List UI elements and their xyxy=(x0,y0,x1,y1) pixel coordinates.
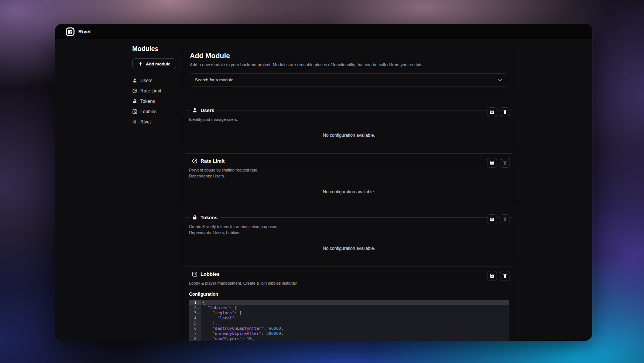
line-number: 8 xyxy=(194,336,196,341)
plus-icon xyxy=(138,61,143,66)
no-configuration-text: No configuration available. xyxy=(189,179,509,210)
line-number: 4 xyxy=(194,316,196,321)
line-gutter: 7 xyxy=(189,331,201,336)
chevron-down-icon xyxy=(497,77,503,83)
line-gutter: 6 xyxy=(189,326,201,331)
module-search-placeholder: Search for a module... xyxy=(195,78,237,82)
modules-sidebar: Modules Add module UsersRate LimitTokens… xyxy=(132,45,188,127)
sidebar-item-rate-limit[interactable]: Rate Limit xyxy=(132,86,188,96)
main-content: Add Module Add a new module to your back… xyxy=(183,45,515,341)
code-line-5[interactable]: 5 ], xyxy=(189,321,509,326)
line-gutter: 8 xyxy=(189,336,201,341)
module-card-tokens: Tokens Create & verify tokens for author… xyxy=(183,215,515,267)
gauge-icon xyxy=(192,158,198,164)
rivet-logo-icon xyxy=(66,27,75,36)
configuration-label: Configuration xyxy=(189,292,509,297)
module-cards: Users Identify and manage users.No confi… xyxy=(183,108,515,341)
module-description: Lobby & player management. Create & join… xyxy=(189,281,509,286)
line-number: 5 xyxy=(194,321,196,326)
line-gutter: 2 ⌄ xyxy=(189,305,201,311)
module-card-actions xyxy=(487,158,510,168)
floppy-icon xyxy=(489,273,495,279)
module-docs-button[interactable] xyxy=(487,158,497,168)
app-window: Rivet Modules Add module UsersRate Limit… xyxy=(55,24,592,341)
line-gutter: 1 ⌄ xyxy=(189,300,201,305)
grid-icon xyxy=(132,109,137,114)
add-module-description: Add a new module to your backend project… xyxy=(190,62,508,67)
no-configuration-text: No configuration available. xyxy=(189,123,509,153)
app-title: Rivet xyxy=(78,29,91,34)
gauge-icon xyxy=(132,88,137,94)
fold-chevron-icon[interactable]: ⌄ xyxy=(196,305,200,311)
module-delete-button[interactable] xyxy=(500,214,510,224)
floppy-icon xyxy=(489,109,495,115)
add-module-panel: Add Module Add a new module to your back… xyxy=(183,45,515,94)
trash-icon xyxy=(502,273,508,279)
code-line-1[interactable]: 1 ⌄ { xyxy=(189,300,509,305)
line-number: 6 xyxy=(194,326,196,331)
module-delete-button[interactable] xyxy=(500,158,510,168)
add-module-title: Add Module xyxy=(190,52,508,60)
module-docs-button[interactable] xyxy=(487,107,497,117)
module-card-actions xyxy=(487,214,510,224)
code-line-6[interactable]: 6 "destroyOnEmptyAfter": 60000, xyxy=(189,326,509,331)
svg-text:R: R xyxy=(133,120,136,124)
line-number: 7 xyxy=(194,331,196,336)
trash-icon xyxy=(502,217,508,222)
sidebar-item-label: Lobbies xyxy=(140,109,157,114)
code-line-2[interactable]: 2 ⌄ "lobbies": { xyxy=(189,305,509,311)
module-docs-button[interactable] xyxy=(487,214,497,224)
sidebar-item-rivet[interactable]: RRivet xyxy=(132,117,188,127)
fold-chevron-icon[interactable]: ⌄ xyxy=(196,300,200,305)
module-docs-button[interactable] xyxy=(487,271,497,281)
line-number: 3 xyxy=(194,311,196,316)
module-description: Create & verify tokens for authorization… xyxy=(189,224,509,236)
module-delete-button[interactable] xyxy=(500,107,510,117)
sidebar-item-lobbies[interactable]: Lobbies xyxy=(132,106,188,117)
module-card-title: Rate Limit xyxy=(189,158,227,164)
module-card-title: Lobbies xyxy=(189,271,222,277)
trash-icon xyxy=(502,160,508,166)
add-module-button[interactable]: Add module xyxy=(132,58,176,69)
floppy-icon xyxy=(489,217,495,222)
line-gutter: 4 xyxy=(189,316,201,321)
floppy-icon xyxy=(489,160,495,166)
config-code-editor[interactable]: 1 ⌄ { 2 ⌄ "lobbies": { 3 ⌄ "regions": [ xyxy=(189,300,509,341)
fold-chevron-icon[interactable]: ⌄ xyxy=(196,311,200,316)
module-description: Prevent abuse by limiting request rate.D… xyxy=(189,167,509,179)
module-card-users: Users Identify and manage users.No confi… xyxy=(183,108,515,154)
no-configuration-text: No configuration available. xyxy=(189,236,509,267)
line-gutter: 5 xyxy=(189,321,201,326)
sidebar-item-label: Rate Limit xyxy=(140,88,161,94)
grid-icon xyxy=(192,271,198,277)
trash-icon xyxy=(502,109,508,115)
module-card-actions xyxy=(487,107,510,117)
line-gutter: 3 ⌄ xyxy=(189,311,201,316)
module-card-lobbies: Lobbies Lobby & player management. Creat… xyxy=(183,271,515,341)
module-search-select[interactable]: Search for a module... xyxy=(190,73,508,86)
sidebar-item-users[interactable]: Users xyxy=(132,75,188,86)
module-card-title: Users xyxy=(189,108,217,113)
lock-icon xyxy=(192,215,198,220)
sidebar-item-label: Users xyxy=(140,78,153,83)
line-number: 1 xyxy=(194,300,196,305)
code-line-7[interactable]: 7 "unreadyExpireAfter": 300000, xyxy=(189,331,509,336)
user-icon xyxy=(132,78,137,83)
module-description: Identify and manage users. xyxy=(189,117,509,123)
sidebar-item-label: Tokens xyxy=(140,99,155,104)
module-card-actions xyxy=(487,271,510,281)
add-module-button-label: Add module xyxy=(146,62,170,66)
module-delete-button[interactable] xyxy=(500,271,510,281)
section-divider xyxy=(183,102,515,102)
rivet-r-icon: R xyxy=(132,119,137,125)
sidebar-title: Modules xyxy=(132,45,188,53)
sidebar-item-label: Rivet xyxy=(140,119,151,125)
titlebar: Rivet xyxy=(55,24,592,40)
lock-icon xyxy=(132,99,137,104)
code-line-8[interactable]: 8 "maxPlayers": 16, xyxy=(189,336,509,341)
code-line-4[interactable]: 4 "local" xyxy=(189,316,509,321)
code-line-3[interactable]: 3 ⌄ "regions": [ xyxy=(189,311,509,316)
sidebar-nav: UsersRate LimitTokensLobbiesRRivet xyxy=(132,75,188,127)
module-card-rate-limit: Rate Limit Prevent abuse by limiting req… xyxy=(183,158,515,210)
sidebar-item-tokens[interactable]: Tokens xyxy=(132,96,188,106)
